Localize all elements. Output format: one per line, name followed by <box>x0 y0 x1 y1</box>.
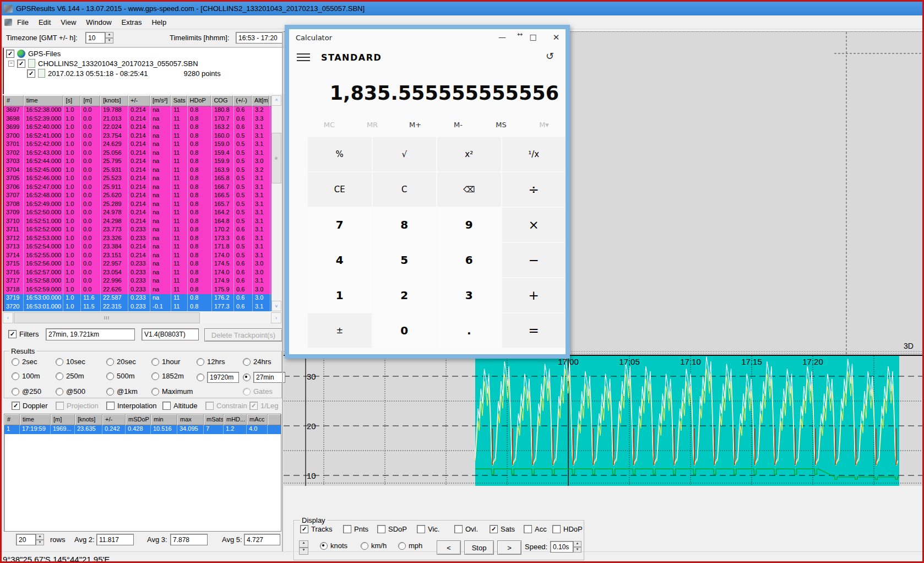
table-row[interactable]: 370016:52:41.0001.00.023.7540.214na110.8… <box>4 132 273 141</box>
scroll-right-icon[interactable]: › <box>271 312 281 323</box>
firmware-field[interactable]: V1.4(B0803T) <box>142 328 199 340</box>
calc-key-⌫[interactable]: ⌫ <box>437 172 501 207</box>
calc-key-0[interactable]: 0 <box>373 313 437 348</box>
column-header[interactable]: [s] <box>63 95 81 106</box>
calc-key-x²[interactable]: x² <box>437 137 501 171</box>
result-interval-10sec[interactable]: 10sec <box>56 358 85 366</box>
avg5-field[interactable]: 4.727 <box>244 534 280 545</box>
menu-file[interactable]: File <box>12 17 34 28</box>
checkbox-icon[interactable] <box>56 402 64 410</box>
memory-M[interactable]: M▾ <box>523 121 566 129</box>
column-header[interactable]: HDoP <box>187 95 211 106</box>
radio-icon[interactable] <box>56 372 63 380</box>
column-header[interactable]: Alt[m] <box>252 95 269 106</box>
result-distance-100m[interactable]: 100m <box>12 372 40 380</box>
menu-help[interactable]: Help <box>146 17 171 28</box>
checkbox-icon[interactable] <box>106 402 115 410</box>
menu-window[interactable]: Window <box>81 17 116 28</box>
calc-key-2[interactable]: 2 <box>373 278 437 312</box>
result-distance-19720m[interactable]: 19720m <box>197 372 239 383</box>
calc-key-6[interactable]: 6 <box>437 243 501 277</box>
minimize-icon[interactable]: — <box>496 33 508 41</box>
column-header[interactable]: mSDoP <box>126 414 151 425</box>
unit-kmh[interactable]: km/h <box>361 542 387 550</box>
table-row[interactable]: 371616:52:57.0001.00.023.0540.233na110.8… <box>4 269 273 278</box>
table-row[interactable]: 371116:52:52.0001.00.023.7730.233na110.8… <box>4 226 273 235</box>
checkbox-icon[interactable]: ✓ <box>300 525 308 533</box>
column-header[interactable]: +/- <box>102 414 126 425</box>
radio-icon[interactable] <box>197 373 204 381</box>
table-row[interactable]: 370316:52:44.0001.00.025.7950.214na110.8… <box>4 158 273 166</box>
calc-key-−[interactable]: − <box>502 243 566 277</box>
column-header[interactable]: max <box>177 414 204 425</box>
unit-knots[interactable]: knots <box>320 542 347 550</box>
table-row[interactable]: 371716:52:58.0001.00.022.9960.233na110.8… <box>4 277 273 286</box>
column-header[interactable]: mSats <box>204 414 224 425</box>
option-interpolation[interactable]: Interpolation <box>106 402 157 410</box>
table-row[interactable]: 369716:52:38.0001.00.019.7880.214na110.8… <box>4 106 273 115</box>
column-header[interactable]: time <box>24 95 63 106</box>
resize-icon[interactable]: ↔ <box>514 30 526 38</box>
radio-icon[interactable] <box>243 373 251 381</box>
result-interval-20sec[interactable]: 20sec <box>106 358 136 366</box>
tree-session-checkbox[interactable]: ✓ <box>27 69 35 78</box>
radio-icon[interactable] <box>361 542 368 550</box>
tree-row-root[interactable]: ✓ GPS-Files <box>4 48 284 58</box>
filters-checkbox-box[interactable]: ✓ <box>8 330 17 338</box>
display-hdop[interactable]: HDoP <box>552 525 583 533</box>
checkbox-icon[interactable] <box>205 402 214 410</box>
table-row[interactable]: 370216:52:43.0001.00.025.0560.214na110.8… <box>4 149 273 158</box>
calc-key-÷[interactable]: ÷ <box>502 172 566 207</box>
history-icon[interactable]: ↺ <box>546 50 554 62</box>
memory-M+[interactable]: M+ <box>394 121 437 129</box>
scroll-down-icon[interactable]: ˅ <box>271 301 281 311</box>
result-interval-12hrs[interactable]: 12hrs <box>197 358 225 366</box>
column-header[interactable]: (+/-) <box>233 95 252 106</box>
checkbox-icon[interactable] <box>162 402 171 410</box>
memory-MR[interactable]: MR <box>351 121 394 129</box>
radio-icon[interactable] <box>151 358 159 366</box>
result-distance-500m[interactable]: 500m <box>106 372 135 380</box>
radio-icon[interactable] <box>12 372 19 380</box>
delete-trackpoints-button[interactable]: Delete Trackpoint(s) <box>204 328 282 342</box>
result-distance-1852m[interactable]: 1852m <box>151 372 184 380</box>
table-row[interactable]: 371816:52:59.0001.00.022.6260.233na110.8… <box>4 286 273 295</box>
result-distance-field[interactable]: 19720m <box>207 372 239 383</box>
column-header[interactable]: mAcc <box>247 414 268 425</box>
calc-key-×[interactable]: × <box>502 208 566 242</box>
table-row[interactable]: 370716:52:48.0001.00.025.6200.214na110.8… <box>4 192 273 201</box>
filters-checkbox[interactable]: ✓ Filters <box>8 330 39 338</box>
calculator-window[interactable]: Calculator — ↔ □ ✕ STANDARD ↺ 1,835.5555… <box>285 25 570 359</box>
calc-key-±[interactable]: ± <box>308 313 372 348</box>
maximize-icon[interactable]: □ <box>527 33 539 41</box>
calc-key-5[interactable]: 5 <box>373 243 437 277</box>
radio-icon[interactable] <box>106 358 114 366</box>
radio-icon[interactable] <box>106 388 114 396</box>
radio-icon[interactable] <box>56 358 63 366</box>
option-projection[interactable]: Projection <box>56 402 99 410</box>
step-forward-button[interactable]: > <box>497 540 521 555</box>
calc-key-3[interactable]: 3 <box>437 278 501 312</box>
checkbox-icon[interactable]: ✓ <box>249 402 258 410</box>
table-row[interactable]: 370916:52:50.0001.00.024.9780.214na110.8… <box>4 209 273 218</box>
results-row[interactable]: 117:19:591969...23.6350.2420.42810.51634… <box>4 425 281 434</box>
radio-icon[interactable] <box>243 388 251 396</box>
radio-icon[interactable] <box>12 358 19 366</box>
memory-M[interactable]: M- <box>437 121 480 129</box>
timezone-spinner[interactable]: ▲▼ <box>105 32 113 44</box>
table-row[interactable]: 371316:52:54.0001.00.023.3840.214na110.8… <box>4 243 273 252</box>
checkbox-icon[interactable] <box>454 525 463 533</box>
radio-icon[interactable] <box>320 542 328 550</box>
checkbox-icon[interactable]: ✓ <box>490 525 498 533</box>
result-interval-24hrs[interactable]: 24hrs <box>243 358 271 366</box>
calc-key-8[interactable]: 8 <box>373 208 437 242</box>
radio-icon[interactable] <box>106 372 114 380</box>
table-row[interactable]: 371216:52:53.0001.00.023.3260.233na110.8… <box>4 235 273 243</box>
speed-input[interactable]: 0.10s <box>550 541 573 553</box>
scroll-up-icon[interactable]: ^ <box>271 95 281 106</box>
radio-icon[interactable] <box>151 372 159 380</box>
calc-key-9[interactable]: 9 <box>437 208 501 242</box>
column-header[interactable]: mHD... <box>224 414 247 425</box>
table-row[interactable]: 370116:52:42.0001.00.024.6290.214na110.8… <box>4 140 273 149</box>
timezone-input[interactable]: 10 <box>85 32 105 44</box>
